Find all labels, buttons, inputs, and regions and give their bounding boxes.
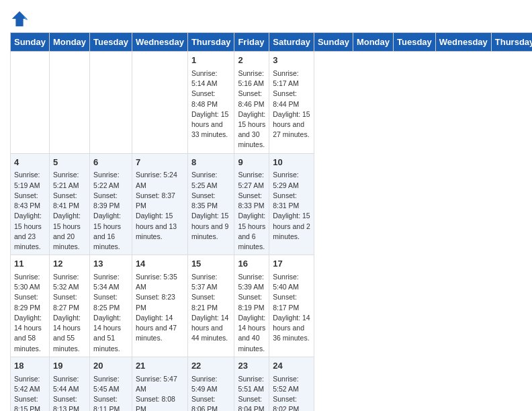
logo xyxy=(10,9,30,28)
calendar-cell: 10Sunrise: 5:29 AMSunset: 8:31 PMDayligh… xyxy=(269,153,314,255)
header-day-tuesday: Tuesday xyxy=(394,33,436,52)
day-info-line: Sunrise: 5:35 AM xyxy=(136,272,184,292)
day-info-line: Daylight: 15 hours and 23 minutes. xyxy=(14,211,46,252)
calendar-cell: 16Sunrise: 5:39 AMSunset: 8:19 PMDayligh… xyxy=(234,255,269,357)
day-info-line: Sunrise: 5:52 AM xyxy=(273,374,310,394)
day-info-line: Sunrise: 5:30 AM xyxy=(14,272,46,292)
day-info-line: Sunset: 8:17 PM xyxy=(273,292,310,312)
day-info-line: Sunrise: 5:42 AM xyxy=(14,374,46,394)
calendar-cell: 2Sunrise: 5:16 AMSunset: 8:46 PMDaylight… xyxy=(234,52,269,154)
day-info-line: Daylight: 14 hours and 51 minutes. xyxy=(93,313,128,354)
day-number: 22 xyxy=(191,360,231,373)
day-info-line: Sunrise: 5:17 AM xyxy=(273,68,310,89)
calendar-cell: 21Sunrise: 5:47 AMSunset: 8:08 PMDayligh… xyxy=(132,357,187,411)
day-info-line: Sunrise: 5:49 AM xyxy=(191,374,231,394)
day-info-line: Sunrise: 5:19 AM xyxy=(14,170,46,190)
calendar-cell: 13Sunrise: 5:34 AMSunset: 8:25 PMDayligh… xyxy=(90,255,132,357)
logo-icon xyxy=(10,9,29,28)
day-info-line: Sunset: 8:11 PM xyxy=(93,394,128,411)
day-number: 24 xyxy=(273,360,310,373)
header-day-sunday: Sunday xyxy=(314,33,353,52)
day-number: 4 xyxy=(14,156,46,169)
calendar-cell xyxy=(49,52,89,154)
calendar-week-row: 11Sunrise: 5:30 AMSunset: 8:29 PMDayligh… xyxy=(11,255,533,357)
calendar-cell: 15Sunrise: 5:37 AMSunset: 8:21 PMDayligh… xyxy=(187,255,234,357)
calendar-cell xyxy=(90,52,132,154)
day-number: 18 xyxy=(14,360,46,373)
calendar-cell: 7Sunrise: 5:24 AMSunset: 8:37 PMDaylight… xyxy=(132,153,187,255)
calendar-cell: 23Sunrise: 5:51 AMSunset: 8:04 PMDayligh… xyxy=(234,357,269,411)
calendar-week-row: 1Sunrise: 5:14 AMSunset: 8:48 PMDaylight… xyxy=(11,52,533,154)
day-info-line: Sunset: 8:43 PM xyxy=(14,191,46,211)
day-info-line: Sunset: 8:27 PM xyxy=(53,292,86,312)
day-info-line: Sunrise: 5:21 AM xyxy=(53,170,86,190)
calendar-cell: 11Sunrise: 5:30 AMSunset: 8:29 PMDayligh… xyxy=(11,255,50,357)
day-info-line: Sunset: 8:23 PM xyxy=(136,292,184,312)
day-info-line: Daylight: 15 hours and 2 minutes. xyxy=(273,211,310,242)
calendar-cell: 6Sunrise: 5:22 AMSunset: 8:39 PMDaylight… xyxy=(90,153,132,255)
day-info-line: Sunset: 8:25 PM xyxy=(93,292,128,312)
day-info-line: Sunset: 8:21 PM xyxy=(191,292,231,312)
day-info-line: Daylight: 15 hours and 13 minutes. xyxy=(136,211,184,242)
header-saturday: Saturday xyxy=(269,33,314,52)
day-number: 14 xyxy=(136,258,184,271)
calendar-cell: 3Sunrise: 5:17 AMSunset: 8:44 PMDaylight… xyxy=(269,52,314,154)
page-header xyxy=(10,7,522,28)
header-monday: Monday xyxy=(49,33,89,52)
day-info-line: Sunset: 8:41 PM xyxy=(53,191,86,211)
day-number: 17 xyxy=(273,258,310,271)
day-info-line: Daylight: 14 hours and 47 minutes. xyxy=(136,313,184,344)
day-number: 10 xyxy=(273,156,310,169)
day-info-line: Daylight: 14 hours and 40 minutes. xyxy=(238,313,265,354)
day-info-line: Daylight: 14 hours and 36 minutes. xyxy=(273,313,310,344)
day-info-line: Sunrise: 5:22 AM xyxy=(93,170,128,190)
day-number: 13 xyxy=(93,258,128,271)
day-number: 12 xyxy=(53,258,86,271)
calendar-cell: 4Sunrise: 5:19 AMSunset: 8:43 PMDaylight… xyxy=(11,153,50,255)
day-info-line: Sunrise: 5:37 AM xyxy=(191,272,231,292)
day-info-line: Sunrise: 5:14 AM xyxy=(191,68,231,89)
day-info-line: Sunrise: 5:47 AM xyxy=(136,374,184,394)
day-number: 15 xyxy=(191,258,231,271)
calendar-cell: 8Sunrise: 5:25 AMSunset: 8:35 PMDaylight… xyxy=(187,153,234,255)
day-info-line: Daylight: 15 hours and 6 minutes. xyxy=(238,211,265,252)
day-info-line: Sunset: 8:48 PM xyxy=(191,89,231,109)
day-number: 21 xyxy=(136,360,184,373)
day-info-line: Daylight: 15 hours and 9 minutes. xyxy=(191,211,231,242)
header-wednesday: Wednesday xyxy=(132,33,187,52)
day-number: 1 xyxy=(191,54,231,67)
day-info-line: Sunset: 8:35 PM xyxy=(191,191,231,211)
header-thursday: Thursday xyxy=(187,33,234,52)
calendar-cell: 19Sunrise: 5:44 AMSunset: 8:13 PMDayligh… xyxy=(49,357,89,411)
calendar-cell: 1Sunrise: 5:14 AMSunset: 8:48 PMDaylight… xyxy=(187,52,234,154)
calendar-cell: 9Sunrise: 5:27 AMSunset: 8:33 PMDaylight… xyxy=(234,153,269,255)
day-info-line: Sunrise: 5:27 AM xyxy=(238,170,265,190)
calendar-cell: 5Sunrise: 5:21 AMSunset: 8:41 PMDaylight… xyxy=(49,153,89,255)
header-day-thursday: Thursday xyxy=(491,33,532,52)
header-friday: Friday xyxy=(234,33,269,52)
day-number: 11 xyxy=(14,258,46,271)
calendar-header-row: SundayMondayTuesdayWednesdayThursdayFrid… xyxy=(11,33,533,52)
calendar-cell: 14Sunrise: 5:35 AMSunset: 8:23 PMDayligh… xyxy=(132,255,187,357)
day-info-line: Sunrise: 5:40 AM xyxy=(273,272,310,292)
header-tuesday: Tuesday xyxy=(90,33,132,52)
day-number: 5 xyxy=(53,156,86,169)
day-info-line: Sunrise: 5:32 AM xyxy=(53,272,86,292)
day-info-line: Sunrise: 5:39 AM xyxy=(238,272,265,292)
day-info-line: Sunset: 8:39 PM xyxy=(93,191,128,211)
day-number: 16 xyxy=(238,258,265,271)
day-info-line: Sunset: 8:08 PM xyxy=(136,394,184,411)
day-number: 9 xyxy=(238,156,265,169)
day-info-line: Sunrise: 5:24 AM xyxy=(136,170,184,190)
calendar-cell: 18Sunrise: 5:42 AMSunset: 8:15 PMDayligh… xyxy=(11,357,50,411)
header-day-wednesday: Wednesday xyxy=(435,33,491,52)
day-info-line: Sunrise: 5:25 AM xyxy=(191,170,231,190)
day-info-line: Sunset: 8:13 PM xyxy=(53,394,86,411)
day-info-line: Sunrise: 5:34 AM xyxy=(93,272,128,292)
day-info-line: Daylight: 15 hours and 30 minutes. xyxy=(238,109,265,150)
day-info-line: Sunset: 8:33 PM xyxy=(238,191,265,211)
calendar-cell: 12Sunrise: 5:32 AMSunset: 8:27 PMDayligh… xyxy=(49,255,89,357)
day-number: 23 xyxy=(238,360,265,373)
day-number: 3 xyxy=(273,54,310,67)
day-info-line: Daylight: 15 hours and 27 minutes. xyxy=(273,109,310,140)
